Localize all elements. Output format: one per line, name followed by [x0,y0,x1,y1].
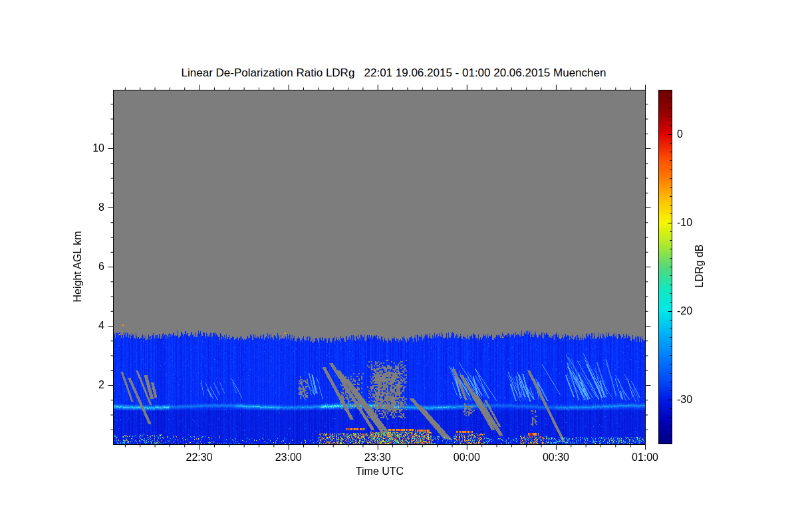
x-tick-label: 23:30 [364,452,391,464]
y-tick-label: 6 [98,261,104,273]
colorbar-tick-label: -20 [677,305,692,317]
axes-colorbar-canvas [0,0,798,532]
colorbar-tick-label: 0 [677,128,683,140]
x-tick-label: 00:30 [543,452,569,464]
y-tick-label: 10 [92,142,104,154]
x-tick-label: 22:30 [186,452,213,464]
colorbar-tick-label: -30 [677,394,692,406]
colorbar-tick-label: -10 [677,217,692,229]
x-tick-label: 00:00 [454,452,480,464]
x-axis-label: Time UTC [356,466,404,477]
colorbar-label: LDRg dB [694,245,706,288]
x-tick-label: 01:00 [632,452,658,464]
y-axis-label: Height AGL km [72,231,84,302]
y-tick-label: 8 [98,201,104,213]
y-tick-label: 2 [98,379,104,391]
ldr-time-height-figure: Linear De-Polarization Ratio LDRg 22:01 … [0,0,798,532]
x-tick-label: 23:00 [275,452,302,464]
y-tick-label: 4 [98,320,104,332]
